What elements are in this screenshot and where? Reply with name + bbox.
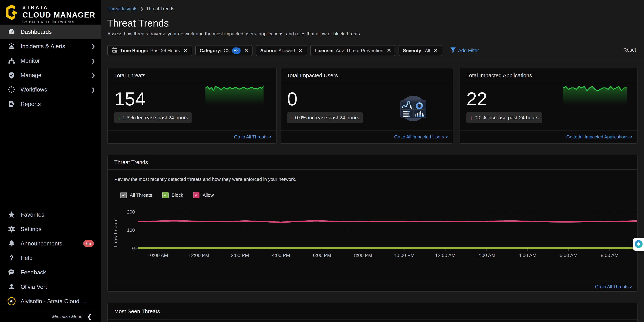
filter-bar-divider: [101, 60, 644, 60]
announcements-count-badge: 65: [83, 240, 94, 247]
card-footer: Go to All Threats >: [108, 281, 637, 292]
sidebar-item-label: Reports: [20, 101, 41, 108]
trend-text: 0.0% increase past 24 hours: [295, 115, 359, 120]
svg-text:2:00 PM: 2:00 PM: [231, 253, 249, 258]
go-to-all-impacted-users-link[interactable]: Go to All Impacted Users >: [394, 134, 448, 140]
sidebar-item-label: Favorites: [20, 211, 44, 218]
sidebar-item-favorites[interactable]: Favorites: [0, 208, 101, 222]
sidebar: STRATA CLOUD MANAGER BY PALO ALTO NETWOR…: [0, 0, 101, 322]
checkbox-checked-icon[interactable]: ✓: [162, 192, 168, 198]
checkbox-checked-icon[interactable]: ✓: [120, 192, 127, 198]
page-title: Threat Trends: [107, 17, 169, 29]
minimize-menu-button[interactable]: Minimize Menu ❮: [0, 311, 101, 322]
sidebar-item-feedback[interactable]: Feedback: [0, 265, 101, 280]
sidebar-item-label: Monitor: [20, 58, 40, 64]
trends-description: Review the most recently detected threat…: [114, 176, 296, 182]
arrow-up-icon: ↑: [290, 114, 293, 121]
remove-filter-icon[interactable]: ✕: [244, 48, 248, 54]
sidebar-item-label: Workflows: [20, 86, 47, 93]
card-title: Total Impacted Applications: [466, 72, 532, 78]
sidebar-item-label: Settings: [20, 226, 42, 232]
card-header: Total Impacted Applications: [460, 68, 637, 83]
funnel-icon: [450, 47, 456, 54]
reset-filters-button[interactable]: Reset: [623, 47, 636, 53]
chevron-right-icon: ❯: [140, 6, 144, 11]
sidebar-item-settings[interactable]: Settings: [0, 222, 101, 236]
sidebar-item-workflows[interactable]: Workflows ❯: [0, 82, 101, 97]
threat-trends-card: Threat Trends Review the most recently d…: [108, 155, 638, 292]
question-icon: ?: [8, 254, 16, 262]
assistant-launcher-button[interactable]: [633, 238, 644, 251]
remove-filter-icon[interactable]: ✕: [387, 48, 391, 54]
minimize-menu-label: Minimize Menu: [52, 314, 82, 319]
total-threats-card: Total Threats 154 ↓ 1.3% decrease past 2…: [108, 68, 276, 144]
legend-all-threats[interactable]: ✓ All Threats: [120, 192, 152, 198]
trend-badge: ↑ 0.0% increase past 24 hours: [466, 112, 542, 123]
svg-text:200: 200: [127, 209, 135, 214]
sidebar-item-label: Dashboards: [20, 28, 52, 35]
brand-line3: BY PALO ALTO NETWORKS: [22, 20, 95, 24]
svg-text:8:00 AM: 8:00 AM: [601, 253, 618, 258]
sidebar-item-user-account[interactable]: Olivia Vort: [0, 280, 101, 294]
trend-text: 0.0% increase past 24 hours: [474, 115, 538, 120]
strata-cloud-manager-app: STRATA CLOUD MANAGER BY PALO ALTO NETWOR…: [0, 0, 644, 322]
add-filter-button[interactable]: Add Filter: [450, 47, 479, 54]
checkbox-checked-icon[interactable]: ✓: [193, 192, 200, 198]
breadcrumb: Threat Insights ❯ Threat Trends: [108, 6, 174, 11]
main-content: Threat Insights ❯ Threat Trends Threat T…: [101, 0, 644, 322]
svg-text:12:00 PM: 12:00 PM: [188, 253, 209, 258]
sidebar-item-incidents-alerts[interactable]: Incidents & Alerts ❯: [0, 39, 101, 54]
filter-value: Allowed: [278, 48, 295, 54]
go-to-all-threats-link[interactable]: Go to All Threats >: [595, 284, 632, 289]
filter-chip-time-range[interactable]: Time Range: Past 24 Hours ✕: [108, 45, 192, 56]
go-to-all-threats-link[interactable]: Go to All Threats >: [234, 134, 272, 140]
filter-value: All: [425, 48, 430, 54]
total-impacted-users-value: 0: [287, 88, 298, 110]
svg-text:8:00 PM: 8:00 PM: [354, 253, 372, 258]
filter-chip-category[interactable]: Category: C2 +2 ✕: [195, 45, 252, 56]
sidebar-item-announcements[interactable]: Announcements 65: [0, 236, 101, 251]
card-footer: Go to All Impacted Applications >: [460, 130, 637, 143]
filter-chip-severity[interactable]: Severity: All ✕: [398, 45, 442, 56]
filter-more-count-badge: +2: [232, 48, 240, 54]
sidebar-item-label: Manage: [20, 72, 42, 78]
remove-filter-icon[interactable]: ✕: [184, 48, 188, 54]
card-footer: Go to All Threats >: [108, 130, 276, 143]
threat-trends-chart-svg: 010020010:00 AM12:00 PM2:00 PM4:00 PM6:0…: [108, 209, 638, 272]
remove-filter-icon[interactable]: ✕: [434, 48, 438, 54]
go-to-all-impacted-applications-link[interactable]: Go to All Impacted Applications >: [566, 134, 632, 140]
chevron-right-icon: ❯: [91, 72, 95, 78]
sidebar-item-manage[interactable]: Manage ❯: [0, 68, 101, 82]
sidebar-item-help[interactable]: ? Help: [0, 251, 101, 265]
sidebar-item-dashboards[interactable]: Dashboards: [0, 24, 101, 39]
most-seen-threats-card: Most Seen Threats: [108, 303, 638, 322]
filter-label: Category:: [200, 48, 222, 54]
shield-check-icon: [8, 71, 16, 79]
chat-icon: [8, 268, 16, 276]
svg-text:2:00 AM: 2:00 AM: [478, 253, 495, 258]
breadcrumb-parent-link[interactable]: Threat Insights: [108, 6, 137, 11]
brand-line1: STRATA: [22, 5, 95, 10]
sidebar-item-tenant[interactable]: AI Alvisofin - Strata Cloud M...: [0, 294, 101, 308]
filter-chip-action[interactable]: Action: Allowed ✕: [256, 45, 307, 56]
sidebar-item-reports[interactable]: Reports: [0, 97, 101, 111]
legend-allow[interactable]: ✓ Allow: [193, 192, 214, 198]
threats-sparkline: [205, 85, 264, 106]
card-title: Total Impacted Users: [287, 72, 338, 78]
calendar-icon: [112, 47, 118, 54]
report-icon: [8, 100, 16, 108]
trend-text: 1.3% decrease past 24 hours: [122, 115, 188, 120]
trend-badge: ↑ 0.0% increase past 24 hours: [287, 112, 363, 123]
remove-filter-icon[interactable]: ✕: [298, 48, 303, 54]
brand-text: STRATA CLOUD MANAGER BY PALO ALTO NETWOR…: [22, 4, 95, 24]
filter-value: C2: [224, 48, 230, 54]
sidebar-item-monitor[interactable]: Monitor ❯: [0, 54, 101, 68]
brand-line2: CLOUD MANAGER: [22, 11, 95, 19]
strata-hexagon-logo-icon: [5, 4, 19, 24]
sidebar-item-label: Feedback: [20, 269, 46, 276]
svg-text:Threat count: Threat count: [113, 218, 118, 248]
legend-block[interactable]: ✓ Block: [162, 192, 183, 198]
filter-label: Severity:: [403, 48, 423, 54]
card-footer: Go to All Impacted Users >: [280, 130, 453, 143]
filter-chip-license[interactable]: License: Adv. Threat Prevention ✕: [310, 45, 396, 56]
